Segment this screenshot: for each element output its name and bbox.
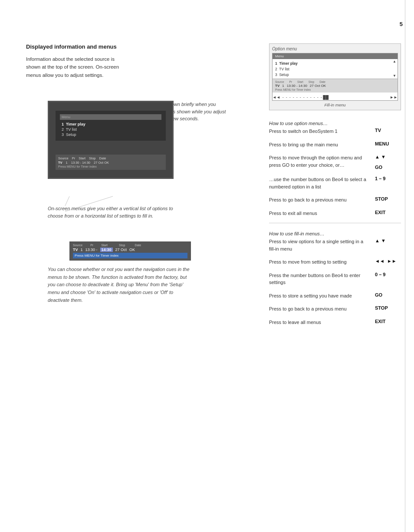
rom-fill-data: TV 1 13:30 - 14:30 27 Oct OK: [275, 84, 395, 88]
fill-in-panel: Source Pr Start Stop Date TV 1 13:30 - 1…: [69, 241, 191, 261]
instruction-nav-desc: Press to move through the option menu an…: [269, 154, 375, 169]
instruction-menu: Press to bring up the main menu MENU: [269, 141, 401, 149]
menu-item-3: 3 Setup: [60, 132, 161, 137]
instruction-numbers-key: 1 – 9: [375, 176, 401, 181]
fill-panel-data-row: TV 1 13:30 - 14:30 27 Oct OK: [73, 248, 187, 252]
instruction-numbers: …use the number buttons on Beo4 to selec…: [269, 176, 401, 190]
fill-instruction-exit-desc: Press to leave all menus: [269, 319, 375, 326]
fill-instruction-numbers: Press the number buttons on Beo4 to ente…: [269, 272, 401, 286]
right-column: Option menu Menu 1 Timer play 2 TV list …: [269, 43, 401, 332]
instruction-stop-key: STOP: [375, 196, 401, 202]
fill-panel-headers: Source Pr Start Stop Date: [73, 244, 187, 247]
description-text: You can choose whether or not you want t…: [48, 266, 195, 304]
fill-data-row: TV 1 13:30 - 14:30 27 Oct OK: [58, 161, 163, 165]
rom-item-3: 3 Setup: [275, 72, 389, 77]
option-menu-screenshot: Option menu Menu 1 Timer play 2 TV list …: [269, 43, 401, 110]
tv-display-area: TV 12 VOL 30 The selected source is show…: [26, 101, 252, 231]
menu-item-2: 2 TV list: [60, 127, 161, 132]
page-border: [405, 0, 405, 532]
instruction-nav-key: ▲ ▼GO: [375, 154, 401, 170]
rom-menu-items: 1 Timer play 2 TV list 3 Setup: [273, 59, 391, 79]
rom-item-2: 2 TV list: [275, 66, 389, 72]
rom-menu-title: Menu: [273, 53, 398, 59]
fill-headers-row: Source Pr Start Stop Date: [58, 156, 163, 160]
fill-instruction-numbers-key: 0 – 9: [375, 272, 401, 277]
fill-instruction-view-desc: Press to view options for a single setti…: [269, 238, 375, 252]
fast-forward-icon: ►►: [390, 95, 398, 99]
how-to-fill-heading: How to use fill-in menus…: [269, 228, 401, 238]
how-to-option-heading: How to use option menus…: [269, 117, 401, 128]
fill-instruction-go-key: GO: [375, 292, 401, 297]
instruction-numbers-desc: …use the number buttons on Beo4 to selec…: [269, 176, 375, 190]
rom-scroll-arrows: ▲ ▼: [392, 60, 397, 78]
fill-instruction-stop-desc: Press to go back to a previous menu: [269, 305, 375, 313]
fill-instruction-view-key: ▲ ▼: [375, 238, 401, 243]
scroll-down-icon: ▼: [393, 74, 396, 78]
fill-in-bar: Source Pr Start Stop Date TV 1 13:30 - 1…: [56, 155, 166, 170]
fill-in-panel-container: Source Pr Start Stop Date TV 1 13:30 - 1…: [48, 241, 252, 261]
fill-instruction-move: Press to move from setting to setting ◄◄…: [269, 258, 401, 266]
menu-items-list: 1 Timer play 2 TV list 3 Setup: [60, 122, 161, 137]
menu-overlay: Menu 1 Timer play 2 TV list 3 Setup: [56, 111, 166, 141]
instruction-tv: Press to switch on BeoSystem 1 TV: [269, 128, 401, 135]
fast-rewind-icon: ◄◄ - - - - - - - - - - - - ██: [273, 95, 329, 99]
instruction-exit-desc: Press to exit all menus: [269, 210, 375, 217]
how-to-option-section: How to use option menus… Press to switch…: [269, 117, 401, 326]
instruction-stop: Press to go back to a previous menu STOP: [269, 196, 401, 204]
instruction-menu-desc: Press to bring up the main menu: [269, 141, 375, 149]
fill-instruction-go-desc: Press to store a setting you have made: [269, 292, 375, 300]
rom-fill-area: Source Pr Start Stop Date TV 1 13:30 - 1…: [273, 79, 398, 93]
menu-title: Menu: [60, 114, 161, 120]
instruction-exit-key: EXIT: [375, 210, 401, 215]
option-menu-screen: Menu 1 Timer play 2 TV list 3 Setup ▲ ▼ …: [272, 53, 398, 101]
rom-fill-hint: Press MENU for Timer index: [275, 88, 395, 91]
svg-line-2: [65, 196, 69, 206]
fill-instruction-stop-key: STOP: [375, 305, 401, 311]
rom-fill-headers: Source Pr Start Stop Date: [275, 80, 395, 83]
instruction-stop-desc: Press to go back to a previous menu: [269, 196, 375, 204]
section-intro: Information about the selected source is…: [26, 55, 252, 79]
instruction-exit: Press to exit all menus EXIT: [269, 210, 401, 217]
fill-instruction-move-desc: Press to move from setting to setting: [269, 258, 375, 266]
instruction-tv-desc: Press to switch on BeoSystem 1: [269, 128, 375, 135]
instruction-menu-key: MENU: [375, 141, 401, 146]
left-column: Displayed information and menus Informat…: [26, 43, 252, 332]
menu-item-1: 1 Timer play: [60, 122, 161, 127]
tv-screen: Menu 1 Timer play 2 TV list 3 Setup Sour…: [48, 101, 174, 179]
instruction-tv-key: TV: [375, 128, 401, 133]
fill-panel-hint: Press MENU for Timer index: [73, 253, 187, 258]
page-number: 5: [400, 21, 403, 27]
fill-hint: Press MENU for Timer index: [58, 165, 163, 168]
scroll-up-icon: ▲: [393, 60, 396, 63]
fill-instruction-move-key: ◄◄ ►►: [375, 258, 401, 264]
section-heading: Displayed information and menus: [26, 43, 252, 50]
fill-instruction-go: Press to store a setting you have made G…: [269, 292, 401, 300]
fill-instruction-numbers-desc: Press the number buttons on Beo4 to ente…: [269, 272, 375, 286]
rom-fill-arrows: ◄◄ - - - - - - - - - - - - ██ ►►: [273, 94, 398, 100]
rom-item-1: 1 Timer play: [275, 60, 389, 66]
instruction-nav: Press to move through the option menu an…: [269, 154, 401, 170]
fill-in-menu-label: Fill-in menu: [272, 102, 398, 107]
fill-instruction-stop: Press to go back to a previous menu STOP: [269, 305, 401, 313]
fill-instruction-exit: Press to leave all menus EXIT: [269, 319, 401, 326]
option-menu-label: Option menu: [272, 46, 398, 51]
fill-instruction-view: Press to view options for a single setti…: [269, 238, 401, 252]
menu-caption: On-screen menus give you either a vertic…: [48, 205, 178, 219]
section-divider: [269, 223, 401, 223]
fill-instruction-exit-key: EXIT: [375, 319, 401, 324]
